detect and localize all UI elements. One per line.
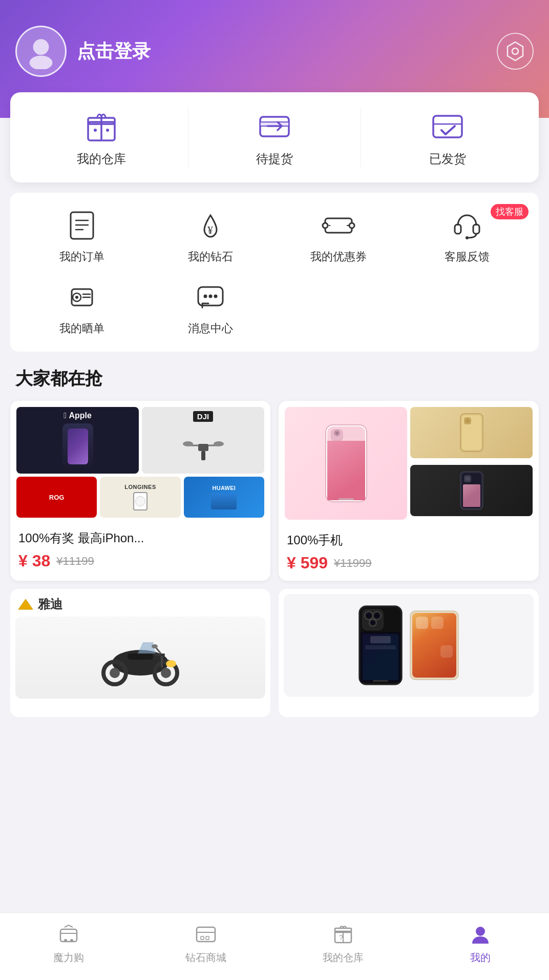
menu-item-coupons[interactable]: 我的优惠券 <box>277 208 400 264</box>
bottom-nav: 魔力购 钻石商城 ? 我的仓库 <box>0 912 549 980</box>
product-1-images:  Apple DJI <box>10 401 270 524</box>
svg-rect-57 <box>463 484 480 507</box>
menu-section: 我的订单 ¥ 我的钻石 <box>10 193 539 352</box>
product-1-original-price: ¥11199 <box>56 555 94 568</box>
svg-point-74 <box>366 613 371 618</box>
login-button[interactable]: 点击登录 <box>77 39 151 64</box>
svg-point-92 <box>70 939 73 942</box>
svg-point-39 <box>183 441 193 446</box>
customer-service-label: 客服反馈 <box>445 249 490 264</box>
menu-item-diamonds[interactable]: ¥ 我的钻石 <box>149 208 272 264</box>
warehouse-label: 我的仓库 <box>77 151 126 167</box>
diamond-mall-label: 钻石商城 <box>185 951 226 965</box>
orders-label: 我的订单 <box>59 249 104 264</box>
diamond-mall-icon <box>193 921 219 948</box>
menu-item-orders[interactable]: 我的订单 <box>20 208 144 264</box>
svg-point-61 <box>161 668 171 678</box>
svg-marker-2 <box>508 42 523 60</box>
profile-nav-label: 我的 <box>470 951 491 965</box>
svg-point-33 <box>203 295 207 298</box>
products-grid:  Apple DJI <box>0 401 549 581</box>
product-card-2[interactable]: 100%手机 ¥ 599 ¥11999 <box>279 401 539 581</box>
svg-marker-58 <box>18 599 33 609</box>
svg-rect-41 <box>201 451 205 460</box>
warehouse-item-pending[interactable]: 待提货 <box>188 108 361 167</box>
svg-text:¥: ¥ <box>207 223 213 236</box>
svg-text:?: ? <box>339 933 343 942</box>
svg-point-26 <box>466 236 469 239</box>
avatar[interactable] <box>15 26 67 77</box>
product-2-original-price: ¥11999 <box>334 557 371 570</box>
svg-rect-25 <box>473 224 479 234</box>
svg-point-8 <box>106 129 109 132</box>
profile-nav-icon <box>467 921 494 948</box>
svg-rect-95 <box>201 936 204 940</box>
product-1-price: ¥ 38 <box>18 552 50 570</box>
svg-point-7 <box>94 129 97 132</box>
yadi-brand-header: 雅迪 <box>10 589 270 617</box>
yadi-brand-name: 雅迪 <box>38 596 62 612</box>
svg-point-22 <box>323 223 328 228</box>
shipped-label: 已发货 <box>429 151 466 167</box>
nav-item-diamond-mall[interactable]: 钻石商城 <box>137 921 274 965</box>
svg-point-3 <box>512 48 518 54</box>
svg-point-91 <box>64 939 67 942</box>
product-card-1[interactable]:  Apple DJI <box>10 401 270 581</box>
svg-point-40 <box>214 441 224 446</box>
svg-rect-81 <box>370 636 391 643</box>
warehouse-item-my[interactable]: 我的仓库 <box>15 108 188 167</box>
menu-item-posts[interactable]: 我的晒单 <box>20 280 144 336</box>
svg-point-56 <box>466 477 470 481</box>
products-grid-bottom: 雅迪 <box>0 581 549 725</box>
svg-point-0 <box>33 39 49 55</box>
svg-point-63 <box>110 668 120 678</box>
svg-point-101 <box>476 927 485 936</box>
svg-rect-96 <box>206 936 209 940</box>
nav-item-profile[interactable]: 我的 <box>412 921 549 965</box>
svg-rect-89 <box>60 929 77 942</box>
yadi-product-image <box>15 617 265 699</box>
svg-point-1 <box>30 55 53 69</box>
svg-point-69 <box>152 644 158 648</box>
svg-rect-86 <box>416 617 428 629</box>
svg-point-35 <box>214 295 217 298</box>
svg-point-78 <box>371 621 375 625</box>
diamonds-label: 我的钻石 <box>188 249 233 264</box>
svg-rect-47 <box>327 441 365 500</box>
warehouse-nav-label: 我的仓库 <box>323 951 364 965</box>
coupons-label: 我的优惠券 <box>310 249 367 264</box>
magic-buy-icon <box>55 921 82 948</box>
svg-point-23 <box>349 223 354 228</box>
menu-item-messages[interactable]: 消息中心 <box>149 280 272 336</box>
product-2-price: ¥ 599 <box>287 554 328 573</box>
svg-point-29 <box>75 296 78 299</box>
nav-item-magic-buy[interactable]: 魔力购 <box>0 921 137 965</box>
product-1-info: 100%有奖 最高iPhon... ¥ 38 ¥11199 <box>10 524 270 579</box>
svg-point-76 <box>374 613 379 618</box>
bottom-product-yadi[interactable]: 雅迪 <box>10 589 270 717</box>
svg-point-46 <box>335 432 338 435</box>
menu-item-customer-service[interactable]: 找客服 客服反馈 <box>406 208 529 264</box>
hot-section-title: 大家都在抢 <box>0 352 549 401</box>
svg-rect-83 <box>373 680 388 682</box>
svg-point-34 <box>208 295 212 298</box>
menu-placeholder-2 <box>406 280 529 336</box>
posts-label: 我的晒单 <box>59 321 104 336</box>
svg-rect-36 <box>198 444 208 451</box>
svg-rect-12 <box>433 116 462 137</box>
bottom-product-phones[interactable] <box>279 589 539 717</box>
warehouse-item-shipped[interactable]: 已发货 <box>361 108 534 167</box>
svg-point-67 <box>166 660 176 667</box>
phones-product-image <box>284 594 534 697</box>
product-1-name: 100%有奖 最高iPhon... <box>18 530 262 546</box>
settings-button[interactable] <box>497 33 534 70</box>
customer-service-badge: 找客服 <box>491 204 529 219</box>
nav-item-warehouse[interactable]: ? 我的仓库 <box>274 921 412 965</box>
svg-rect-66 <box>128 654 153 660</box>
svg-point-52 <box>466 419 470 423</box>
product-2-info: 100%手机 ¥ 599 ¥11999 <box>279 526 539 581</box>
pending-label: 待提货 <box>256 151 293 167</box>
svg-rect-87 <box>431 617 444 629</box>
svg-rect-24 <box>455 224 461 234</box>
svg-rect-65 <box>155 654 165 656</box>
